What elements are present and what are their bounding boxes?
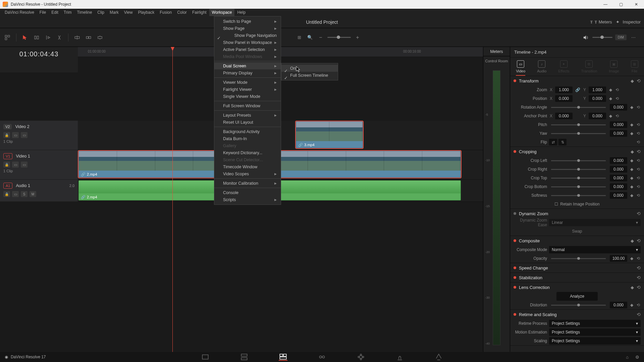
section-enable-dot[interactable] xyxy=(514,313,516,316)
link-icon[interactable]: 🔗 xyxy=(575,87,581,92)
reset-icon[interactable]: ⟲ xyxy=(637,78,641,83)
flip-h-button[interactable]: ⇄ xyxy=(549,139,557,145)
menu-single-viewer[interactable]: Single Viewer Mode xyxy=(214,93,281,100)
page-fusion[interactable] xyxy=(318,353,326,361)
menu-video-scopes[interactable]: Video Scopes▶ xyxy=(214,170,281,177)
clip-v2[interactable]: 🔗3.mp4 xyxy=(296,121,363,148)
menu-show-panel[interactable]: Show Panel in Workspace▶ xyxy=(214,39,281,46)
pitch-slider[interactable] xyxy=(551,124,606,125)
menu-dual-screen[interactable]: Dual Screen▶ xyxy=(214,62,281,69)
playhead[interactable] xyxy=(172,47,173,352)
menu-keyword-dict[interactable]: Keyword Dictionary... xyxy=(214,149,281,156)
lock-icon[interactable]: 🔒 xyxy=(3,132,10,138)
menu-switch-page[interactable]: Switch to Page▶ xyxy=(214,18,281,25)
distortion-slider[interactable] xyxy=(551,305,606,306)
keyframe-icon[interactable]: ◆ xyxy=(629,122,634,127)
analyze-button[interactable]: Analyze xyxy=(556,292,598,301)
tab-audio[interactable]: ♪Audio xyxy=(537,60,546,76)
page-deliver[interactable] xyxy=(434,353,443,361)
section-enable-dot[interactable] xyxy=(514,212,516,215)
dim-button[interactable]: DIM xyxy=(615,35,627,40)
section-enable-dot[interactable] xyxy=(514,276,516,279)
menu-help[interactable]: Help xyxy=(234,9,248,16)
menu-clip[interactable]: Clip xyxy=(95,9,107,16)
volume-slider[interactable] xyxy=(592,37,612,38)
crop-left-slider[interactable] xyxy=(551,160,606,161)
pitch-field[interactable]: 0.000 xyxy=(610,121,627,128)
blade-tool-icon[interactable] xyxy=(55,34,63,42)
close-button[interactable]: ✕ xyxy=(629,0,644,9)
keyframe-icon[interactable]: ◆ xyxy=(608,114,613,118)
reset-icon[interactable]: ⟲ xyxy=(637,149,641,154)
section-enable-dot[interactable] xyxy=(514,286,516,289)
crop-top-slider[interactable] xyxy=(551,178,606,179)
keyframe-icon[interactable]: ◆ xyxy=(631,78,634,83)
checkbox-icon[interactable]: ☐ xyxy=(554,202,558,206)
rotation-field[interactable]: 0.000 xyxy=(610,104,627,111)
zoom-x-field[interactable]: 1.000 xyxy=(555,86,573,93)
crop-right-slider[interactable] xyxy=(551,169,606,170)
track-header-v1[interactable]: V1Video 1 🔒▭▭ 1 Clip xyxy=(0,150,78,180)
solo-button[interactable]: S xyxy=(21,191,28,197)
lock-icon[interactable]: 🔒 xyxy=(3,162,10,168)
menu-workspace[interactable]: Workspace xyxy=(209,9,235,16)
track-header-a1[interactable]: A1Audio 12.0 🔒▭SM xyxy=(0,180,78,202)
flip-v-button[interactable]: ⇅ xyxy=(558,139,567,145)
mute-button[interactable]: M xyxy=(30,191,36,197)
dynamic-trim-icon[interactable] xyxy=(44,34,52,42)
reset-icon[interactable]: ⟲ xyxy=(636,105,641,110)
composite-mode-select[interactable]: Normal▾ xyxy=(549,246,641,253)
trim-tool-icon[interactable] xyxy=(33,34,41,42)
keyframe-icon[interactable]: ◆ xyxy=(629,105,634,110)
meters-toggle[interactable]: ⫪⫪ Meters xyxy=(591,19,612,25)
scaling-select[interactable]: Project Settings▾ xyxy=(549,337,641,345)
menu-scripts[interactable]: Scripts▶ xyxy=(214,196,281,203)
opacity-slider[interactable] xyxy=(551,258,606,259)
menu-playback[interactable]: Playback xyxy=(135,9,157,16)
motion-estimation-select[interactable]: Project Settings▾ xyxy=(549,328,641,336)
insert-clip-icon[interactable] xyxy=(73,34,81,42)
softness-slider[interactable] xyxy=(551,195,606,196)
menu-file[interactable]: File xyxy=(37,9,49,16)
pos-x-field[interactable]: 0.000 xyxy=(555,95,573,102)
crop-bottom-slider[interactable] xyxy=(551,186,606,187)
zoom-in-icon[interactable]: + xyxy=(354,34,362,42)
zoom-slider-icon[interactable]: 🔍 xyxy=(306,34,314,42)
yaw-slider[interactable] xyxy=(551,133,606,134)
menu-view[interactable]: View xyxy=(121,9,136,16)
menu-fairlight[interactable]: Fairlight xyxy=(190,9,209,16)
submenu-on[interactable]: On xyxy=(281,65,338,72)
menu-viewer-mode[interactable]: Viewer Mode▶ xyxy=(214,79,281,86)
home-icon[interactable]: ⌂ xyxy=(626,355,629,360)
menu-color[interactable]: Color xyxy=(174,9,190,16)
selection-tool-icon[interactable] xyxy=(21,34,29,42)
media-pool-icon[interactable] xyxy=(3,34,11,42)
zoom-slider[interactable] xyxy=(327,37,351,38)
menu-davinci[interactable]: DaVinci Resolve xyxy=(2,9,37,16)
retime-process-select[interactable]: Project Settings▾ xyxy=(549,320,641,327)
replace-clip-icon[interactable] xyxy=(96,34,104,42)
menu-fusion[interactable]: Fusion xyxy=(157,9,174,16)
reset-icon[interactable]: ⟲ xyxy=(636,140,641,144)
menu-console[interactable]: Console xyxy=(214,189,281,196)
reset-icon[interactable]: ⟲ xyxy=(615,114,620,118)
anchor-y-field[interactable]: 0.000 xyxy=(589,113,606,119)
inspector-toggle[interactable]: ✦ Inspector xyxy=(615,19,641,25)
keyframe-icon[interactable]: ◆ xyxy=(629,131,634,136)
section-enable-dot[interactable] xyxy=(514,150,516,153)
track-toggle2-icon[interactable]: ▭ xyxy=(21,162,28,168)
ease-select[interactable]: Linear▾ xyxy=(549,219,641,226)
zoom-out-icon[interactable]: − xyxy=(317,34,325,42)
submenu-fullscreen-timeline[interactable]: Full Screen Timeline xyxy=(281,72,338,79)
section-enable-dot[interactable] xyxy=(514,266,516,269)
speaker-icon[interactable] xyxy=(582,34,590,42)
menu-layout-presets[interactable]: Layout Presets▶ xyxy=(214,112,281,119)
tab-video[interactable]: ▭Video xyxy=(516,60,525,76)
page-fairlight[interactable] xyxy=(395,353,404,361)
menu-background-activity[interactable]: Background Activity xyxy=(214,128,281,135)
menu-show-navigation[interactable]: Show Page Navigation xyxy=(214,32,281,39)
reset-icon[interactable]: ⟲ xyxy=(636,131,641,136)
zoom-y-field[interactable]: 1.000 xyxy=(589,86,606,93)
menu-active-panel[interactable]: Active Panel Selection▶ xyxy=(214,46,281,53)
reset-icon[interactable]: ⟲ xyxy=(637,211,641,216)
